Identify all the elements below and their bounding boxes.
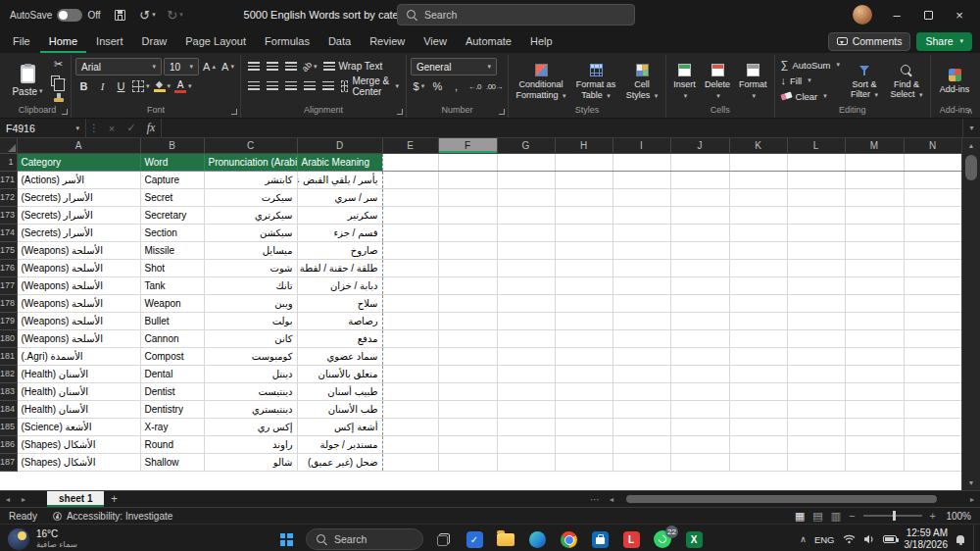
cell-empty[interactable] (787, 294, 845, 312)
taskbar-search[interactable]: Search (306, 528, 423, 550)
cell-category[interactable]: (Weapons) الأسلحة (17, 294, 140, 312)
font-name-select[interactable]: Arial▾ (75, 58, 162, 75)
chrome-browser-button[interactable] (557, 527, 580, 551)
cell-empty[interactable] (555, 153, 612, 171)
fill-color-button[interactable]: ▾ (153, 78, 172, 94)
cell-empty[interactable] (787, 188, 845, 206)
tab-automate[interactable]: Automate (457, 29, 520, 53)
cell-empty[interactable] (845, 276, 904, 294)
row-header[interactable]: 173 (0, 206, 17, 224)
increase-decimal-button[interactable]: ←.0 (466, 78, 483, 94)
normal-view-button[interactable]: ▦ (795, 511, 805, 522)
cell-category[interactable]: (Health) الأسنان (17, 382, 140, 400)
cell-empty[interactable] (555, 276, 612, 294)
cell-empty[interactable] (438, 365, 497, 382)
cell-pronunciation[interactable]: ويبن (204, 294, 297, 312)
language-indicator[interactable]: ENG (814, 534, 835, 545)
tab-view[interactable]: View (415, 29, 456, 53)
close-button[interactable]: × (945, 2, 974, 27)
conditional-formatting-button[interactable]: Conditional Formatting ▾ (513, 61, 569, 100)
collapse-ribbon-button[interactable]: ∧ (966, 106, 973, 116)
cell-empty[interactable] (845, 365, 904, 382)
tab-help[interactable]: Help (521, 29, 562, 53)
cell-category[interactable]: (Secrets) الأسرار (17, 224, 140, 241)
cell-empty[interactable] (612, 435, 670, 453)
cell-meaning[interactable]: رصاصة (297, 312, 382, 329)
cell-empty[interactable] (438, 241, 497, 259)
cell-empty[interactable] (670, 365, 729, 382)
cell-meaning[interactable]: صاروخ (297, 241, 382, 259)
column-header-b[interactable]: B (140, 138, 204, 153)
cell-word[interactable]: Round (140, 435, 204, 453)
cell-empty[interactable] (497, 259, 555, 276)
cell-category[interactable]: (.Agri) الأسمدة (17, 347, 140, 365)
cell-empty[interactable] (787, 365, 845, 382)
horizontal-scroll-track[interactable] (619, 491, 964, 507)
cell-empty[interactable] (612, 206, 670, 224)
cell-empty[interactable] (382, 329, 438, 347)
row-header[interactable]: 187 (0, 453, 17, 471)
edge-browser-button[interactable] (525, 527, 549, 551)
cell-empty[interactable] (438, 382, 497, 400)
cell-pronunciation[interactable]: شالو (204, 453, 297, 471)
decrease-font-button[interactable]: A▾ (220, 59, 236, 75)
cell-empty[interactable] (729, 312, 787, 329)
cell-empty[interactable] (612, 418, 670, 435)
cell-empty[interactable] (497, 224, 555, 241)
cell-empty[interactable] (729, 276, 787, 294)
cell-styles-button[interactable]: Cell Styles ▾ (622, 61, 662, 100)
cell-empty[interactable] (729, 259, 787, 276)
cell-meaning[interactable]: قسم / جزء (297, 224, 382, 241)
cell-empty[interactable] (787, 329, 845, 347)
row-header[interactable]: 183 (0, 382, 17, 400)
cell-pronunciation[interactable]: إكس ري (204, 418, 297, 435)
cell-pronunciation[interactable]: سيكشن (204, 224, 297, 241)
scroll-left-arrow[interactable]: ◂ (604, 495, 619, 504)
cell-empty[interactable] (845, 171, 904, 188)
whatsapp-button[interactable]: 22 (651, 527, 674, 551)
cell-category[interactable]: (Science) الأشعة (17, 418, 140, 435)
cell-word[interactable]: Missile (140, 241, 204, 259)
cell-empty[interactable] (845, 435, 904, 453)
cell-empty[interactable] (382, 453, 438, 471)
cell-empty[interactable] (497, 365, 555, 382)
cell-category[interactable]: (Weapons) الأسلحة (17, 276, 140, 294)
cell-empty[interactable] (845, 453, 904, 471)
column-header-g[interactable]: G (497, 138, 555, 153)
font-dialog-launcher[interactable] (231, 109, 237, 115)
header-cell-word[interactable]: Word (140, 153, 204, 171)
row-header[interactable]: 182 (0, 365, 17, 382)
paste-button[interactable]: Paste▾ (8, 63, 47, 99)
cell-empty[interactable] (670, 312, 729, 329)
cell-empty[interactable] (497, 400, 555, 418)
cell-empty[interactable] (497, 453, 555, 471)
cell-empty[interactable] (845, 418, 904, 435)
vertical-scroll-track[interactable] (962, 153, 980, 476)
cell-empty[interactable] (787, 171, 845, 188)
cell-empty[interactable] (670, 382, 729, 400)
undo-button[interactable]: ↺▾ (136, 3, 160, 26)
cell-empty[interactable] (787, 453, 845, 471)
red-l-app-button[interactable]: L (619, 527, 643, 551)
cell-word[interactable]: Cannon (140, 329, 204, 347)
column-header-d[interactable]: D (297, 138, 382, 153)
cell-word[interactable]: Tank (140, 276, 204, 294)
cell-meaning[interactable]: أشعة إكس (297, 418, 382, 435)
cell-category[interactable]: (Secrets) الأسرار (17, 188, 140, 206)
cell-empty[interactable] (845, 259, 904, 276)
row-header[interactable]: 172 (0, 188, 17, 206)
cell-empty[interactable] (438, 276, 497, 294)
cell-empty[interactable] (904, 294, 961, 312)
cell-category[interactable]: (Health) الأسنان (17, 400, 140, 418)
formula-input[interactable] (161, 119, 962, 137)
task-view-button[interactable] (431, 527, 455, 551)
cell-empty[interactable] (787, 347, 845, 365)
cell-empty[interactable] (787, 418, 845, 435)
cell-empty[interactable] (670, 329, 729, 347)
cell-empty[interactable] (904, 347, 961, 365)
document-title[interactable]: 5000 English Words sort by cate... (244, 9, 408, 21)
cell-empty[interactable] (438, 259, 497, 276)
cell-empty[interactable] (612, 329, 670, 347)
cell-empty[interactable] (497, 206, 555, 224)
cell-empty[interactable] (497, 171, 555, 188)
